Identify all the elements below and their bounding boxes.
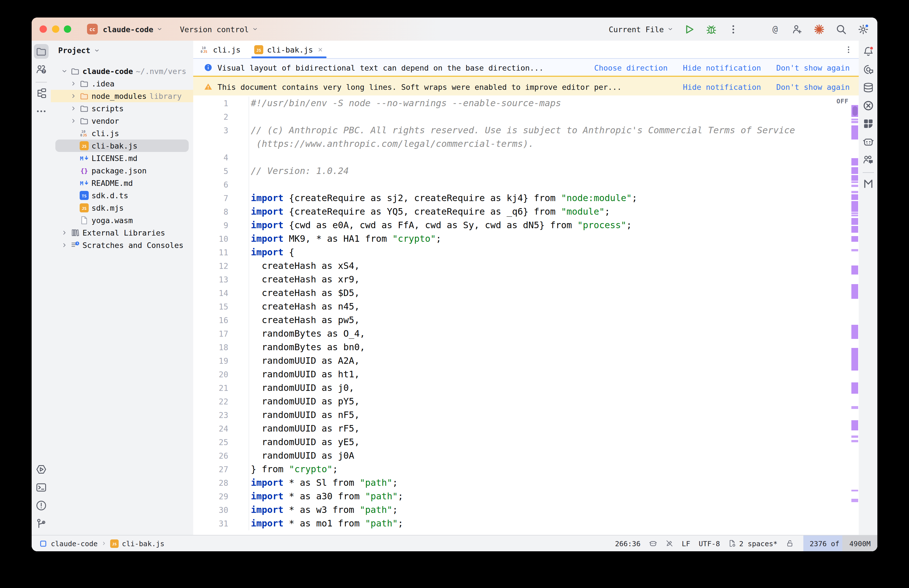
scrollbar-thumb[interactable] [852, 106, 857, 116]
code-line[interactable]: 16 createHash as pw5, [193, 313, 859, 327]
code-line[interactable]: 14 createHash as $D5, [193, 286, 859, 300]
code-line[interactable]: 11import { [193, 246, 859, 259]
code-line[interactable]: 20 randomUUID as ht1, [193, 368, 859, 381]
tree-item-readme-md[interactable]: MREADME.md [51, 177, 193, 189]
line-number[interactable]: 30 [193, 503, 249, 517]
line-number[interactable]: 15 [193, 300, 249, 313]
chevron-right-icon[interactable] [70, 80, 77, 87]
line-number[interactable]: 9 [193, 219, 249, 232]
tree-item-sdk-d-ts[interactable]: TSsdk.d.ts [51, 189, 193, 202]
line-number[interactable]: 6 [193, 178, 249, 191]
tree-item-external-libraries[interactable]: External Libraries [51, 226, 193, 239]
line-number[interactable]: 20 [193, 368, 249, 381]
code-line[interactable]: 21 randomUUID as j0, [193, 381, 859, 395]
line-number[interactable]: 25 [193, 436, 249, 449]
highlighting-level-label[interactable]: OFF [836, 98, 849, 105]
minimize-window-button[interactable] [52, 26, 59, 33]
robot-icon[interactable] [861, 134, 875, 149]
caret-position[interactable]: 266:36 [615, 539, 640, 548]
run-icon[interactable] [683, 23, 696, 35]
maven-icon[interactable] [861, 176, 875, 191]
tree-item-cli-bak-js[interactable]: JScli-bak.js [51, 139, 193, 152]
line-number[interactable]: 3 [193, 124, 249, 137]
code-line[interactable]: 2 [193, 110, 859, 124]
line-number[interactable]: 16 [193, 313, 249, 327]
line-number[interactable]: 4 [193, 151, 249, 164]
highlighting-off-icon[interactable] [665, 540, 673, 547]
code-with-me-icon[interactable] [861, 152, 875, 167]
indent-config[interactable]: 2 spaces* [728, 539, 777, 548]
tab-options-icon[interactable] [844, 45, 853, 54]
code-line[interactable]: 24 randomUUID as rF5, [193, 422, 859, 436]
search-icon[interactable] [835, 23, 848, 35]
write-access-icon[interactable] [786, 540, 794, 547]
banner-action-don-t-show-again[interactable]: Don't show again [776, 82, 850, 91]
tree-item-claude-code[interactable]: claude-code ~/.nvm/vers [51, 65, 193, 78]
tree-item-package-json[interactable]: {}package.json [51, 164, 193, 177]
line-number[interactable]: 23 [193, 409, 249, 422]
line-number[interactable]: 2 [193, 110, 249, 124]
encoding[interactable]: UTF-8 [699, 539, 720, 548]
settings-icon[interactable] [857, 23, 869, 35]
tree-item-cli-js[interactable]: 100JScli.js [51, 127, 193, 139]
project-panel-header[interactable]: Project [58, 46, 100, 55]
line-separator[interactable]: LF [681, 539, 690, 548]
folder-icon[interactable] [34, 44, 48, 59]
zoom-window-button[interactable] [64, 26, 71, 33]
code-line[interactable]: 4 [193, 151, 859, 164]
code-line[interactable]: 23 randomUUID as nF5, [193, 409, 859, 422]
run-configuration-selector[interactable]: Current File [609, 24, 673, 34]
code-line[interactable]: 6 [193, 178, 859, 191]
banner-action-hide-notification[interactable]: Hide notification [683, 63, 761, 72]
line-number[interactable]: 17 [193, 327, 249, 341]
code-line[interactable]: 22 randomUUID as pY5, [193, 395, 859, 409]
code-line[interactable]: 29import * as a30 from "path"; [193, 490, 859, 503]
line-number[interactable]: 14 [193, 286, 249, 300]
line-number[interactable]: 31 [193, 517, 249, 530]
tab-cli-bak-js[interactable]: JS cli-bak.js [247, 41, 331, 58]
line-number[interactable]: 19 [193, 354, 249, 368]
line-number[interactable] [193, 137, 249, 151]
code-line[interactable]: 31import * as mo1 from "path"; [193, 517, 859, 530]
services-icon[interactable] [34, 462, 48, 477]
line-number[interactable]: 10 [193, 232, 249, 246]
breadcrumb-file[interactable]: cli-bak.js [122, 539, 165, 548]
code-line[interactable]: 9import {cwd as e0A, cwd as FfA, cwd as … [193, 219, 859, 232]
code-line[interactable]: 1#!/usr/bin/env -S node --no-warnings --… [193, 97, 859, 110]
chevron-right-icon[interactable] [70, 105, 77, 112]
breadcrumb-project[interactable]: claude-code [51, 539, 98, 548]
code-line[interactable]: 30import * as w3 from "path"; [193, 503, 859, 517]
line-number[interactable]: 5 [193, 164, 249, 178]
line-number[interactable]: 12 [193, 259, 249, 273]
git-branch-icon[interactable] [34, 516, 48, 531]
tree-item-vendor[interactable]: vendor [51, 115, 193, 127]
add-user-icon[interactable] [791, 23, 803, 35]
problems-icon[interactable] [34, 498, 48, 513]
terminal-icon[interactable] [34, 480, 48, 495]
x-circle-icon[interactable] [861, 98, 875, 113]
tree-item-scripts[interactable]: scripts [51, 102, 193, 115]
line-number[interactable]: 21 [193, 381, 249, 395]
robot-icon[interactable] [649, 540, 657, 547]
line-number[interactable]: 1 [193, 97, 249, 110]
code-line[interactable]: 19 randomUUID as A2A, [193, 354, 859, 368]
tree-item-node-modules[interactable]: node_modules library [51, 90, 193, 102]
line-number[interactable]: 28 [193, 476, 249, 490]
tree-item-sdk-mjs[interactable]: JSsdk.mjs [51, 202, 193, 214]
banner-action-don-t-show-again[interactable]: Don't show again [776, 63, 850, 72]
plugins-icon[interactable] [861, 116, 875, 131]
chevron-right-icon[interactable] [70, 93, 77, 99]
code-line[interactable]: 18 randomBytes as bn0, [193, 341, 859, 354]
code-line[interactable]: 3// (c) Anthropic PBC. All rights reserv… [193, 124, 859, 137]
code-line[interactable]: 25 randomUUID as yE5, [193, 436, 859, 449]
chevron-down-icon[interactable] [61, 68, 68, 74]
project-switcher[interactable]: claude-code [103, 24, 163, 34]
people-question-icon[interactable]: ? [34, 62, 48, 77]
ai-assistant-icon[interactable] [861, 62, 875, 77]
code-editor[interactable]: 1#!/usr/bin/env -S node --no-warnings --… [193, 95, 859, 535]
tree-item-license-md[interactable]: MLICENSE.md [51, 152, 193, 164]
code-line-wrap[interactable]: (https://www.anthropic.com/legal/commerc… [193, 137, 859, 151]
debug-icon[interactable] [705, 23, 717, 35]
code-line[interactable]: 27} from "crypto"; [193, 463, 859, 476]
vcs-menu[interactable]: Version control [180, 24, 258, 34]
